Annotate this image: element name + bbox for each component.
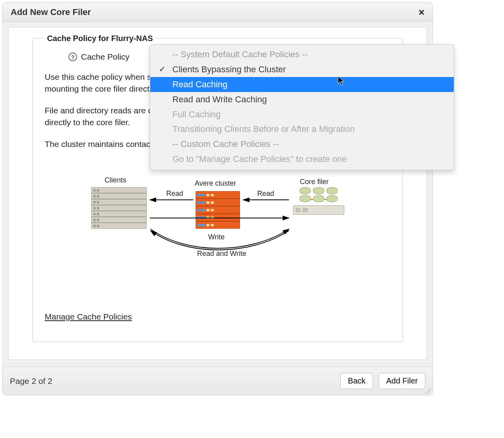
dropdown-option-read-caching[interactable]: Read Caching (150, 77, 454, 92)
dropdown-option-read-write-caching[interactable]: Read and Write Caching (150, 92, 454, 107)
dropdown-option-full-caching[interactable]: Full Caching (150, 107, 454, 122)
dialog-header: Add New Core Filer × (3, 3, 432, 22)
dropdown-option-transitioning[interactable]: Transitioning Clients Before or After a … (150, 122, 454, 137)
dialog-footer: Page 2 of 2 Back Add Filer (3, 367, 432, 395)
resize-grip-icon[interactable] (425, 388, 431, 393)
dropdown-group-system: -- System Default Cache Policies -- (150, 47, 454, 62)
dropdown-option-bypass[interactable]: Clients Bypassing the Cluster (150, 62, 454, 77)
dropdown-option-goto-manage[interactable]: Go to "Manage Cache Policies" to create … (150, 152, 454, 167)
cache-policy-dropdown[interactable]: -- System Default Cache Policies -- Clie… (150, 44, 454, 170)
fieldset-legend: Cache Policy for Flurry-NAS (45, 34, 155, 43)
mouse-cursor-icon (338, 76, 345, 86)
cache-policy-label: Cache Policy (81, 52, 130, 62)
back-button[interactable]: Back (340, 373, 373, 389)
diagram-arrows (91, 174, 344, 269)
add-filer-button[interactable]: Add Filer (379, 373, 425, 389)
help-icon[interactable]: ? (68, 53, 77, 61)
page-indicator: Page 2 of 2 (10, 376, 52, 386)
cache-policy-diagram: Clients Avere cluster Core filer Read Re… (91, 174, 344, 269)
manage-cache-policies-link[interactable]: Manage Cache Policies (45, 312, 132, 321)
close-icon[interactable]: × (419, 7, 425, 17)
dropdown-group-custom: -- Custom Cache Policies -- (150, 137, 454, 152)
dialog-title: Add New Core Filer (11, 7, 91, 17)
